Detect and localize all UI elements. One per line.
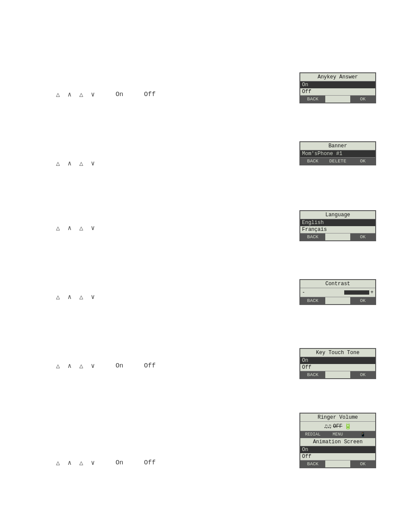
lcd-contrast-back-btn[interactable]: BACK xyxy=(300,297,325,304)
nav-row-animation: △ ∧ △ ∨ On Off xyxy=(56,459,156,467)
ringer-phone-icon: 🔋 xyxy=(344,423,352,430)
lcd-language-buttons: BACK OK xyxy=(300,233,375,240)
lcd-anykey-mid-btn xyxy=(325,96,350,103)
lcd-language-title: Language xyxy=(300,211,375,219)
lcd-keytouchtone-on[interactable]: On xyxy=(300,357,375,364)
nav-triangle-4: △ xyxy=(79,159,83,168)
nav-label-on-3: On xyxy=(115,459,123,467)
lcd-animation-ok-btn[interactable]: OK xyxy=(350,460,375,467)
lcd-keytouchtone-buttons: BACK OK xyxy=(300,371,375,378)
nav-chevron-3: ∨ xyxy=(91,224,95,232)
lcd-contrast-title: Contrast xyxy=(300,280,375,288)
nav-row-contrast: △ ∧ △ ∨ xyxy=(56,293,95,301)
nav-triangle-1: △ xyxy=(56,90,60,99)
nav-caret-4: ∧ xyxy=(68,293,72,301)
lcd-contrast-mid-btn xyxy=(325,297,350,304)
lcd-key-touch-tone: Key Touch Tone On Off BACK OK xyxy=(299,348,376,379)
nav-label-on-2: On xyxy=(115,362,123,370)
lcd-banner-buttons: BACK DELETE OK xyxy=(300,157,375,165)
lcd-animation-screen: Animation Screen On Off BACK OK xyxy=(299,437,376,468)
nav-row-anykey: △ ∧ △ ∨ On Off xyxy=(56,90,156,99)
nav-label-off-3: Off xyxy=(144,459,156,467)
lcd-language-ok-btn[interactable]: OK xyxy=(350,233,375,240)
nav-triangle-12: △ xyxy=(79,459,83,467)
lcd-banner-title: Banner xyxy=(300,142,375,150)
lcd-language-mid-btn xyxy=(325,233,350,240)
lcd-banner: Banner Mom'sPhone #1 BACK DELETE OK xyxy=(299,141,376,165)
nav-caret-1: ∧ xyxy=(68,90,72,99)
nav-triangle-6: △ xyxy=(79,224,83,232)
lcd-contrast-buttons: BACK OK xyxy=(300,297,375,304)
nav-row-keytouchtone: △ ∧ △ ∨ On Off xyxy=(56,362,156,370)
lcd-animation-title: Animation Screen xyxy=(300,438,375,446)
nav-triangle-8: △ xyxy=(79,293,83,301)
lcd-animation-on[interactable]: On xyxy=(300,446,375,453)
nav-triangle-3: △ xyxy=(56,159,60,168)
lcd-keytouchtone-title: Key Touch Tone xyxy=(300,349,375,357)
nav-caret-5: ∧ xyxy=(68,362,72,370)
lcd-language-back-btn[interactable]: BACK xyxy=(300,233,325,240)
lcd-anykey-buttons: BACK OK xyxy=(300,95,375,103)
nav-triangle-7: △ xyxy=(56,293,60,301)
nav-label-on-1: On xyxy=(115,91,123,98)
lcd-language-english[interactable]: English xyxy=(300,219,375,226)
lcd-anykey-answer: Anykey Answer On Off BACK OK xyxy=(299,72,376,103)
nav-triangle-10: △ xyxy=(79,362,83,370)
contrast-plus-icon: + xyxy=(371,289,374,296)
lcd-keytouchtone-mid-btn xyxy=(325,371,350,378)
nav-row-banner: △ ∧ △ ∨ xyxy=(56,159,95,168)
lcd-keytouchtone-back-btn[interactable]: BACK xyxy=(300,371,325,378)
lcd-ringer-title: Ringer Volume xyxy=(300,414,375,422)
contrast-bar xyxy=(306,290,369,295)
lcd-contrast-slider[interactable]: - + xyxy=(300,288,375,297)
lcd-banner-value[interactable]: Mom'sPhone #1 xyxy=(300,150,375,157)
lcd-anykey-ok-btn[interactable]: OK xyxy=(350,96,375,103)
nav-chevron-4: ∨ xyxy=(91,293,95,301)
lcd-banner-delete-btn[interactable]: DELETE xyxy=(325,158,350,165)
lcd-language-francais[interactable]: Français xyxy=(300,226,375,233)
lcd-ringer-volume: Ringer Volume ♫♫ OFF 🔋 REDIAL MENU 📱 xyxy=(299,413,376,439)
lcd-animation-off[interactable]: Off xyxy=(300,453,375,460)
ringer-off-label: OFF xyxy=(333,423,342,429)
contrast-bar-fill xyxy=(306,290,344,295)
lcd-keytouchtone-off[interactable]: Off xyxy=(300,364,375,371)
nav-label-off-1: Off xyxy=(144,91,156,98)
lcd-banner-back-btn[interactable]: BACK xyxy=(300,158,325,165)
ringer-bell-icon: ♫♫ xyxy=(324,423,331,430)
lcd-anykey-back-btn[interactable]: BACK xyxy=(300,96,325,103)
lcd-animation-back-btn[interactable]: BACK xyxy=(300,460,325,467)
lcd-anykey-off[interactable]: Off xyxy=(300,88,375,95)
nav-chevron-2: ∨ xyxy=(91,159,95,168)
lcd-contrast: Contrast - + BACK OK xyxy=(299,279,376,305)
lcd-animation-buttons: BACK OK xyxy=(300,460,375,467)
nav-label-off-2: Off xyxy=(144,362,156,370)
nav-chevron-6: ∨ xyxy=(91,459,95,467)
lcd-contrast-ok-btn[interactable]: OK xyxy=(350,297,375,304)
nav-caret-2: ∧ xyxy=(68,159,72,168)
nav-caret-3: ∧ xyxy=(68,224,72,232)
nav-caret-6: ∧ xyxy=(68,459,72,467)
nav-triangle-11: △ xyxy=(56,459,60,467)
lcd-ringer-icons: ♫♫ OFF 🔋 xyxy=(300,422,375,431)
lcd-banner-ok-btn[interactable]: OK xyxy=(350,158,375,165)
lcd-anykey-title: Anykey Answer xyxy=(300,73,375,81)
nav-triangle-2: △ xyxy=(79,90,83,99)
lcd-animation-mid-btn xyxy=(325,460,350,467)
nav-chevron-5: ∨ xyxy=(91,362,95,370)
lcd-keytouchtone-ok-btn[interactable]: OK xyxy=(350,371,375,378)
contrast-minus-icon: - xyxy=(302,289,305,296)
lcd-anykey-on[interactable]: On xyxy=(300,81,375,88)
nav-row-language: △ ∧ △ ∨ xyxy=(56,224,95,232)
nav-triangle-5: △ xyxy=(56,224,60,232)
lcd-language: Language English Français BACK OK xyxy=(299,210,376,241)
nav-chevron-1: ∨ xyxy=(91,90,95,99)
nav-triangle-9: △ xyxy=(56,362,60,370)
